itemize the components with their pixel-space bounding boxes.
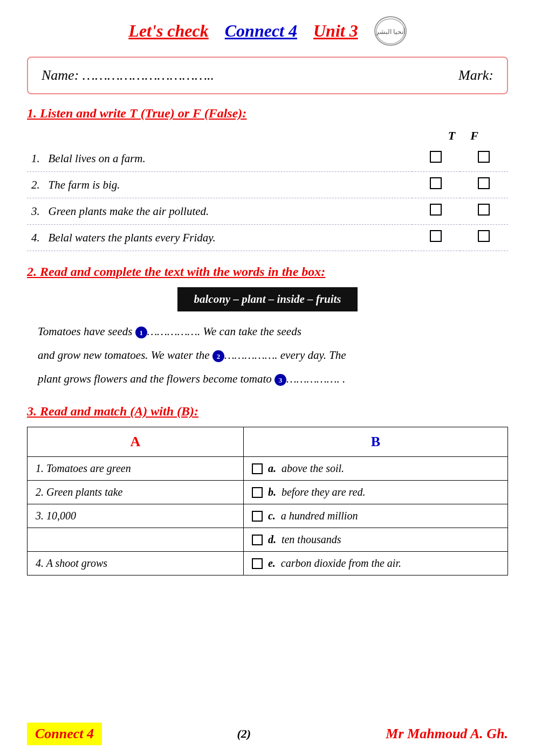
- section2-title: 2. Read and complete the text with the w…: [27, 265, 508, 279]
- table-row: 1. Belal lives on a farm.: [27, 145, 508, 172]
- col-b-header: B: [243, 427, 507, 457]
- circle-2: 2: [212, 350, 224, 362]
- statement-2: 2. The farm is big.: [27, 172, 412, 198]
- match-checkbox-a[interactable]: [252, 463, 263, 474]
- footer-teacher: Mr Mahmoud A. Gh.: [386, 726, 508, 742]
- page-header: Let's check Connect 4 Unit 3 أتحيا البشر: [27, 16, 508, 46]
- match-a-1: 1. Tomatoes are green: [28, 457, 244, 481]
- match-row-1: 1. Tomatoes are green a. above the soil.: [28, 457, 508, 481]
- footer-page-num: (2): [237, 727, 251, 741]
- word-box: balcony – plant – inside – fruits: [177, 287, 357, 311]
- footer-connect: Connect 4: [27, 723, 102, 745]
- match-a-5: 4. A shoot grows: [28, 552, 244, 575]
- match-checkbox-e[interactable]: [252, 558, 263, 569]
- match-checkbox-c[interactable]: [252, 511, 263, 522]
- circle-3: 3: [275, 374, 286, 386]
- table-row: 3. Green plants make the air polluted.: [27, 198, 508, 225]
- page-footer: Connect 4 (2) Mr Mahmoud A. Gh.: [0, 723, 535, 745]
- header-unit: Unit 3: [313, 21, 358, 41]
- circle-1: 1: [135, 327, 147, 338]
- table-row: 4. Belal waters the plants every Friday.: [27, 225, 508, 251]
- true-false-table: 1. Belal lives on a farm. 2. The farm is…: [27, 145, 508, 251]
- name-mark-box: Name: ………………………….. Mark:: [27, 57, 508, 94]
- match-a-4-empty: [28, 528, 244, 552]
- match-row-4: d. ten thousands: [28, 528, 508, 552]
- statement-4: 4. Belal waters the plants every Friday.: [27, 225, 412, 251]
- svg-text:أتحيا البشر: أتحيا البشر: [375, 27, 405, 36]
- t-checkbox-2[interactable]: [412, 172, 460, 198]
- match-a-3: 3. 10,000: [28, 504, 244, 528]
- t-checkbox-4[interactable]: [412, 225, 460, 251]
- section1-title: 1. Listen and write T (True) or F (False…: [27, 106, 508, 121]
- f-checkbox-3[interactable]: [460, 198, 508, 225]
- logo-icon: أتحيا البشر: [374, 16, 407, 46]
- name-field: Name: …………………………..: [42, 67, 214, 84]
- f-checkbox-1[interactable]: [460, 145, 508, 172]
- match-b-c: c. a hundred million: [243, 504, 507, 528]
- match-table: A B 1. Tomatoes are green a. above the s…: [27, 427, 508, 575]
- tf-column-headers: T F: [27, 129, 508, 143]
- f-checkbox-2[interactable]: [460, 172, 508, 198]
- match-checkbox-b[interactable]: [252, 487, 263, 498]
- match-b-e: e. carbon dioxide from the air.: [243, 552, 507, 575]
- col-a-header: A: [28, 427, 244, 457]
- t-checkbox-1[interactable]: [412, 145, 460, 172]
- match-b-b: b. before they are red.: [243, 481, 507, 504]
- match-row-3: 3. 10,000 c. a hundred million: [28, 504, 508, 528]
- f-header: F: [470, 129, 478, 143]
- section3-title: 3. Read and match (A) with (B):: [27, 404, 508, 419]
- header-connect4: Connect 4: [225, 21, 297, 41]
- match-b-a: a. above the soil.: [243, 457, 507, 481]
- f-checkbox-4[interactable]: [460, 225, 508, 251]
- table-row: 2. The farm is big.: [27, 172, 508, 198]
- header-lets-check: Let's check: [128, 21, 208, 41]
- t-header: T: [448, 129, 455, 143]
- match-row-2: 2. Green plants take b. before they are …: [28, 481, 508, 504]
- mark-field: Mark:: [458, 67, 493, 84]
- match-checkbox-d[interactable]: [252, 535, 263, 545]
- section2-text: Tomatoes have seeds 1……………. We can take …: [27, 320, 508, 391]
- statement-3: 3. Green plants make the air polluted.: [27, 198, 412, 225]
- match-a-2: 2. Green plants take: [28, 481, 244, 504]
- statement-1: 1. Belal lives on a farm.: [27, 145, 412, 172]
- match-b-d: d. ten thousands: [243, 528, 507, 552]
- match-row-5: 4. A shoot grows e. carbon dioxide from …: [28, 552, 508, 575]
- t-checkbox-3[interactable]: [412, 198, 460, 225]
